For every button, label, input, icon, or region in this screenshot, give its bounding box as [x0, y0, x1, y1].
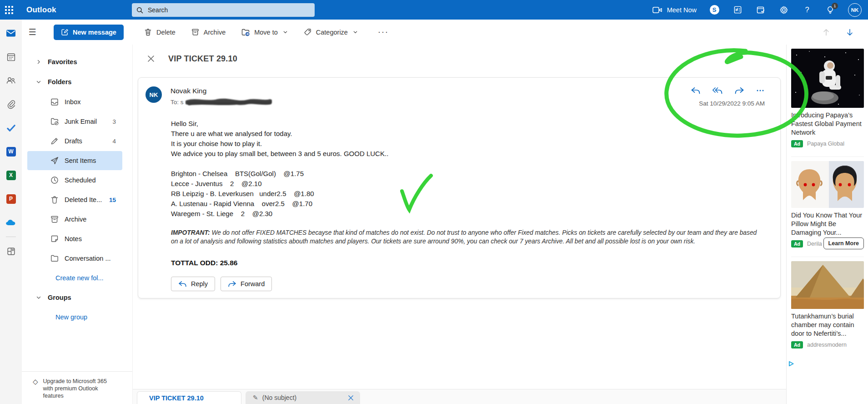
sidebar-item-scheduled[interactable]: Scheduled: [27, 171, 122, 190]
ad-title[interactable]: Introducing Papaya’s Fastest Global Paym…: [791, 111, 864, 137]
calendar-app-icon[interactable]: [5, 51, 16, 62]
tips-badge: 1: [832, 3, 838, 9]
pencil-icon: ✎: [253, 394, 258, 401]
camera-icon: [652, 6, 662, 14]
ad-badge: Ad: [791, 140, 803, 147]
todo-app-icon[interactable]: [5, 122, 16, 133]
pick-line: Brighton - Chelsea BTS(Gol/Gol) @1.75: [171, 169, 764, 179]
more-commands-button[interactable]: ···: [378, 27, 389, 37]
pick-line: RB Leipzig - B. Leverkusen under2.5 @1.8…: [171, 189, 764, 199]
more-actions-icon[interactable]: [756, 87, 765, 95]
more-apps-icon[interactable]: [5, 246, 16, 257]
powerpoint-app-icon[interactable]: P: [5, 193, 16, 204]
close-icon: [147, 55, 155, 62]
redacted-recipient-scribble: [186, 97, 272, 106]
sidebar-item-inbox[interactable]: Inbox: [27, 92, 122, 111]
sent-plane-icon: [50, 156, 59, 165]
folders-section[interactable]: Folders: [22, 72, 132, 92]
delete-button[interactable]: Delete: [144, 28, 176, 36]
move-to-button[interactable]: Move to: [241, 28, 288, 37]
sender-name[interactable]: Novak King: [171, 87, 272, 95]
sidebar-item-conversation-history[interactable]: Conversation ...: [27, 249, 122, 268]
ad-papaya[interactable]: Introducing Papaya’s Fastest Global Paym…: [791, 49, 864, 152]
search-input[interactable]: [148, 6, 310, 14]
reply-all-icon[interactable]: [712, 87, 723, 95]
forward-icon[interactable]: [734, 87, 744, 95]
meet-now-button[interactable]: Meet Now: [652, 6, 697, 14]
ad-image-astronaut[interactable]: [791, 49, 864, 108]
close-draft-icon[interactable]: [348, 395, 354, 401]
favorites-section[interactable]: Favorites: [22, 52, 132, 72]
message-body: Hello Sir, There u are what we analysed …: [171, 119, 764, 291]
people-app-icon[interactable]: [5, 75, 16, 86]
reply-button[interactable]: Reply: [171, 277, 215, 291]
excel-app-icon[interactable]: X: [5, 170, 16, 181]
tag-icon: [303, 28, 312, 36]
learn-more-button[interactable]: Learn More: [823, 237, 864, 249]
junk-folder-icon: [50, 117, 59, 126]
command-toolbar: ☰ New message Delete Archive Move to: [22, 20, 868, 45]
note-icon: [50, 234, 59, 243]
pick-line: Waregem - St. Liege 2 @2.30: [171, 209, 764, 219]
sender-avatar[interactable]: NK: [146, 86, 162, 103]
reading-pane: VIP TICKET 29.10 NK Novak King To: s: [133, 45, 786, 404]
hamburger-menu-icon[interactable]: ☰: [22, 27, 43, 37]
trash-icon: [50, 195, 59, 204]
drafts-pencil-icon: [50, 136, 59, 146]
ad-badge: Ad: [791, 341, 803, 348]
upgrade-banner[interactable]: ◇ Upgrade to Microsoft 365 with premium …: [22, 371, 132, 404]
sidebar-item-sent-items[interactable]: Sent Items: [27, 151, 122, 170]
sidebar-item-archive[interactable]: Archive: [27, 210, 122, 229]
top-bar: Outlook Meet Now S ? 1 NK: [0, 0, 868, 20]
tips-icon[interactable]: 1: [825, 5, 836, 15]
sidebar-item-notes[interactable]: Notes: [27, 229, 122, 248]
groups-section[interactable]: Groups: [22, 288, 132, 308]
new-message-button[interactable]: New message: [54, 25, 124, 40]
close-message-button[interactable]: [143, 50, 159, 67]
sidebar-item-deleted-items[interactable]: Deleted Ite... 15: [27, 190, 122, 209]
new-group-link[interactable]: New group: [22, 308, 132, 327]
app-launcher-icon[interactable]: [0, 0, 18, 20]
archive-box-icon: [191, 28, 200, 36]
categorize-button[interactable]: Categorize: [303, 28, 358, 36]
ad-derila[interactable]: Did You Know That Your Pillow Might Be D…: [791, 157, 864, 252]
forward-button[interactable]: Forward: [221, 277, 272, 291]
search-box[interactable]: [132, 3, 315, 17]
word-app-icon[interactable]: W: [5, 146, 16, 157]
draft-tab-no-subject[interactable]: ✎ (No subject): [246, 391, 360, 404]
onedrive-app-icon[interactable]: [5, 217, 16, 228]
onenote-feed-icon[interactable]: [732, 5, 743, 15]
ad-title[interactable]: Did You Know That Your Pillow Might Be D…: [791, 211, 864, 237]
adchoices-icon[interactable]: [788, 360, 794, 369]
next-item-arrow-icon[interactable]: [845, 28, 854, 37]
folders-label: Folders: [48, 78, 71, 86]
draft-tab-vip-ticket[interactable]: VIP TICKET 29.10: [137, 391, 241, 404]
to-recipients: To: s: [171, 99, 184, 106]
mail-app-icon[interactable]: [5, 28, 16, 39]
archive-button[interactable]: Archive: [191, 28, 226, 36]
account-avatar[interactable]: NK: [848, 3, 862, 17]
ad-sponsor: Papaya Global: [807, 141, 844, 147]
draft-tabs-bar: VIP TICKET 29.10 ✎ (No subject): [133, 389, 786, 404]
ad-addressmodern[interactable]: Tutankhamun’s burial chamber may contain…: [791, 257, 864, 353]
my-day-icon[interactable]: [755, 5, 766, 15]
attachments-app-icon[interactable]: [5, 99, 16, 110]
previous-item-arrow-icon[interactable]: [822, 28, 831, 37]
premium-diamond-icon: ◇: [33, 378, 38, 399]
sidebar-item-junk-email[interactable]: Junk Email 3: [27, 112, 122, 131]
reply-icon[interactable]: [691, 87, 701, 95]
help-icon[interactable]: ?: [802, 5, 813, 15]
chevron-down-icon: [283, 30, 288, 35]
chevron-down-icon: [36, 79, 41, 85]
ad-image-pillow[interactable]: [791, 161, 864, 208]
create-new-folder-link[interactable]: Create new fol...: [22, 268, 132, 288]
settings-gear-icon[interactable]: [778, 5, 789, 15]
skype-icon[interactable]: S: [709, 5, 720, 15]
ad-sponsor: addressmodern: [807, 342, 847, 348]
forward-icon: [228, 281, 236, 288]
sidebar-item-drafts[interactable]: Drafts 4: [27, 131, 122, 151]
ad-image-pyramids[interactable]: [791, 261, 864, 309]
ad-title[interactable]: Tutankhamun’s burial chamber may contain…: [791, 312, 864, 338]
pick-line: Lecce - Juventus 2 @2.10: [171, 179, 764, 189]
chevron-down-icon: [353, 30, 358, 35]
